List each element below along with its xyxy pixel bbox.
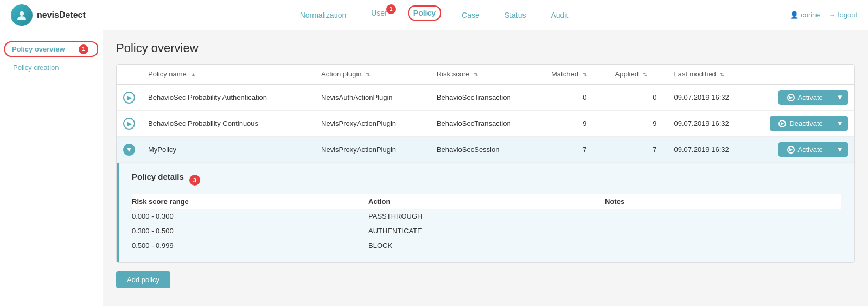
sidebar-item-policy-creation[interactable]: Policy creation <box>4 59 103 76</box>
activate-button-3[interactable]: ▶ Activate <box>778 142 832 157</box>
detail-cell: Policy details 3 Risk score range Action… <box>117 163 854 262</box>
deactivate-icon-2: ▶ <box>778 120 786 127</box>
username-label: corine <box>801 11 820 19</box>
add-policy-button[interactable]: Add policy <box>116 271 170 288</box>
action-plugin-3: NevisProxyActionPlugin <box>321 145 396 154</box>
expand-btn-1[interactable]: ▶ <box>123 92 135 104</box>
header: nevisDetect Normalization User 1 Policy … <box>0 0 868 30</box>
user-icon: 👤 <box>790 11 799 19</box>
btn-cell-1: ▶ Activate ▼ <box>757 84 854 111</box>
risk-score-cell-3: BehavioSecSession <box>430 137 545 163</box>
policy-name-cell-2: BehavioSec Probability Continuous <box>142 111 315 137</box>
risk-score-2: BehavioSecTransaction <box>437 119 511 127</box>
col-policy-name-label: Policy name <box>148 70 187 78</box>
detail-range-3: 0.500 - 0.999 <box>132 238 368 253</box>
logo-icon <box>11 4 33 26</box>
col-risk-score-label: Risk score <box>437 70 470 78</box>
nav-case[interactable]: Case <box>457 9 484 22</box>
col-expand <box>117 65 142 84</box>
nav-audit[interactable]: Audit <box>546 9 572 22</box>
action-plugin-1: NevisAuthActionPlugin <box>321 93 393 101</box>
risk-score-cell-2: BehavioSecTransaction <box>430 111 545 137</box>
nav-status[interactable]: Status <box>500 9 531 22</box>
detail-notes-1 <box>605 209 841 224</box>
header-right: 👤 corine → logout <box>770 11 857 19</box>
col-risk-score[interactable]: Risk score ⇅ <box>430 65 545 84</box>
detail-range-2: 0.300 - 0.500 <box>132 224 368 238</box>
col-applied[interactable]: Applied ⇅ <box>609 65 668 84</box>
main-layout: Policy overview 1 Policy creation Policy… <box>0 30 868 306</box>
deactivate-dropdown-2[interactable]: ▼ <box>832 116 848 131</box>
deactivate-label-2: Deactivate <box>789 119 822 127</box>
logo-text: nevisDetect <box>37 10 86 20</box>
expand-btn-3[interactable]: ▼ <box>123 144 135 156</box>
col-applied-label: Applied <box>615 70 639 78</box>
policy-details-area: Policy details 3 Risk score range Action… <box>117 163 854 262</box>
col-policy-name[interactable]: Policy name ▲ <box>142 65 315 84</box>
detail-data-row: 0.000 - 0.300 PASSTHROUGH <box>132 209 841 224</box>
detail-col-notes: Notes <box>605 194 841 209</box>
last-modified-3: 09.07.2019 16:32 <box>674 145 729 154</box>
sort-applied-icon: ⇅ <box>643 72 647 78</box>
sidebar-badge-1: 1 <box>79 44 88 54</box>
detail-header-row: Risk score range Action Notes <box>132 194 841 209</box>
activate-btn-split-3: ▶ Activate ▼ <box>778 142 848 157</box>
detail-badge: 3 <box>189 175 200 186</box>
detail-title: Policy details <box>132 172 184 181</box>
activate-dropdown-1[interactable]: ▼ <box>832 90 848 105</box>
matched-cell-1: 0 <box>545 84 609 111</box>
svg-point-0 <box>20 11 24 16</box>
last-modified-cell-3: 09.07.2019 16:32 <box>668 137 757 163</box>
logout-icon: → <box>829 11 836 19</box>
table-row: ▶ BehavioSec Probability Continuous Nevi… <box>117 111 854 137</box>
sidebar-policy-overview-label: Policy overview <box>12 45 65 53</box>
sort-action-plugin-icon: ⇅ <box>366 72 370 78</box>
detail-row: Policy details 3 Risk score range Action… <box>117 163 854 262</box>
deactivate-button-2[interactable]: ▶ Deactivate <box>770 116 831 131</box>
logout-label: logout <box>838 11 857 19</box>
applied-cell-2: 9 <box>609 111 668 137</box>
expand-btn-2[interactable]: ▶ <box>123 118 135 130</box>
expand-cell-1: ▶ <box>117 84 142 111</box>
policy-table-container: Policy name ▲ Action plugin ⇅ Risk score… <box>116 64 855 263</box>
col-actions <box>757 65 854 84</box>
nav-policy[interactable]: Policy <box>408 5 441 21</box>
nav-normalization[interactable]: Normalization <box>296 9 351 22</box>
policy-name-1: BehavioSec Probability Authentication <box>148 93 267 101</box>
col-matched[interactable]: Matched ⇅ <box>545 65 609 84</box>
policy-name-3: MyPolicy <box>148 145 176 154</box>
last-modified-1: 09.07.2019 16:32 <box>674 93 729 101</box>
col-last-modified[interactable]: Last modified ⇅ <box>668 65 757 84</box>
logo-area: nevisDetect <box>11 4 98 26</box>
col-matched-label: Matched <box>551 70 578 78</box>
policy-name-2: BehavioSec Probability Continuous <box>148 119 258 127</box>
activate-button-1[interactable]: ▶ Activate <box>778 90 832 105</box>
action-plugin-cell-1: NevisAuthActionPlugin <box>315 84 430 111</box>
sidebar-item-policy-overview[interactable]: Policy overview 1 <box>4 41 98 57</box>
btn-cell-2: ▶ Deactivate ▼ <box>757 111 854 137</box>
matched-cell-3: 7 <box>545 137 609 163</box>
policy-table: Policy name ▲ Action plugin ⇅ Risk score… <box>117 65 854 262</box>
table-row: ▼ MyPolicy NevisProxyActionPlugin Behavi… <box>117 137 854 163</box>
logout-button[interactable]: → logout <box>829 11 857 19</box>
detail-action-2: AUTHENTICATE <box>368 224 605 238</box>
detail-data-row: 0.300 - 0.500 AUTHENTICATE <box>132 224 841 238</box>
col-action-plugin[interactable]: Action plugin ⇅ <box>315 65 430 84</box>
activate-label-1: Activate <box>798 93 823 101</box>
sort-risk-score-icon: ⇅ <box>474 72 478 78</box>
sort-policy-name-icon: ▲ <box>190 72 196 78</box>
user-menu[interactable]: 👤 corine <box>790 11 820 19</box>
action-plugin-cell-3: NevisProxyActionPlugin <box>315 137 430 163</box>
activate-dropdown-3[interactable]: ▼ <box>832 142 848 157</box>
detail-col-action: Action <box>368 194 605 209</box>
activate-label-3: Activate <box>798 145 823 154</box>
applied-cell-1: 0 <box>609 84 668 111</box>
page-title: Policy overview <box>116 41 855 55</box>
detail-action-1: PASSTHROUGH <box>368 209 605 224</box>
expand-cell-3: ▼ <box>117 137 142 163</box>
main-content: Policy overview Policy name ▲ Action plu… <box>103 30 868 306</box>
policy-name-cell-3: MyPolicy <box>142 137 315 163</box>
matched-1: 0 <box>583 93 586 101</box>
deactivate-btn-split-2: ▶ Deactivate ▼ <box>770 116 848 131</box>
detail-action-3: BLOCK <box>368 238 605 253</box>
